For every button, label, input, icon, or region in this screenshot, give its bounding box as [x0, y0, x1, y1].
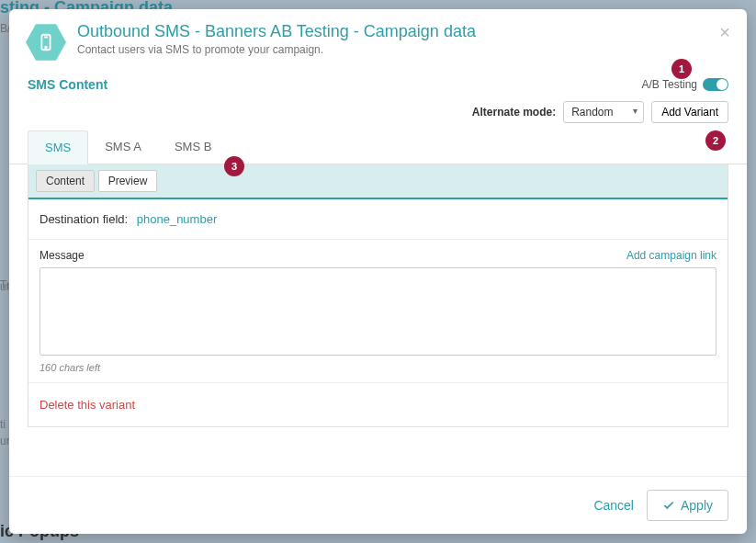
subtab-content[interactable]: Content: [36, 170, 95, 192]
modal-footer: Cancel Apply: [9, 476, 747, 534]
check-icon: [662, 499, 675, 512]
tab-sms[interactable]: SMS: [28, 130, 88, 164]
chars-left: 160 chars left: [39, 362, 717, 373]
apply-label: Apply: [681, 498, 713, 513]
variant-tabs: SMS SMS A SMS B: [9, 130, 747, 164]
add-campaign-link[interactable]: Add campaign link: [626, 249, 717, 262]
ab-testing-toggle-wrap: A/B Testing: [642, 78, 728, 91]
section-title: SMS Content: [28, 77, 107, 92]
modal-subtitle: Contact users via SMS to promote your ca…: [77, 43, 730, 56]
section-header: SMS Content A/B Testing: [9, 72, 747, 97]
annotation-badge-3: 3: [224, 156, 244, 176]
delete-row: Delete this variant: [28, 382, 728, 426]
destination-label: Destination field:: [39, 212, 128, 226]
message-textarea[interactable]: [39, 267, 717, 356]
ab-testing-toggle[interactable]: [703, 78, 728, 91]
close-icon[interactable]: ×: [719, 22, 730, 43]
apply-button[interactable]: Apply: [647, 490, 728, 521]
alternate-mode-select[interactable]: Random: [563, 101, 644, 123]
message-section: Message Add campaign link 160 chars left: [28, 240, 728, 382]
controls-row: Alternate mode: Random Add Variant: [9, 97, 747, 130]
annotation-badge-1: 1: [671, 59, 692, 79]
cancel-button[interactable]: Cancel: [593, 498, 634, 513]
ab-testing-label: A/B Testing: [642, 78, 697, 91]
sms-hex-icon: [26, 22, 66, 62]
add-variant-button[interactable]: Add Variant: [651, 101, 728, 123]
alternate-mode-label: Alternate mode:: [472, 106, 556, 119]
subtab-preview[interactable]: Preview: [98, 170, 158, 192]
svg-point-2: [45, 47, 47, 49]
modal-title: Outbound SMS - Banners AB Testing - Camp…: [77, 22, 730, 41]
destination-field-row: Destination field: phone_number: [28, 199, 728, 240]
tab-body: Content Preview Destination field: phone…: [28, 164, 728, 427]
tab-sms-b[interactable]: SMS B: [158, 130, 228, 164]
bg-frag-2: ti: [0, 418, 6, 431]
delete-variant-link[interactable]: Delete this variant: [39, 398, 135, 412]
destination-value[interactable]: phone_number: [137, 212, 217, 226]
annotation-badge-2: 2: [705, 130, 726, 151]
subtab-bar: Content Preview: [28, 164, 728, 199]
tab-sms-a[interactable]: SMS A: [88, 130, 158, 164]
modal-dialog: Outbound SMS - Banners AB Testing - Camp…: [9, 9, 747, 534]
message-label: Message: [39, 249, 85, 262]
modal-header: Outbound SMS - Banners AB Testing - Camp…: [9, 9, 747, 72]
